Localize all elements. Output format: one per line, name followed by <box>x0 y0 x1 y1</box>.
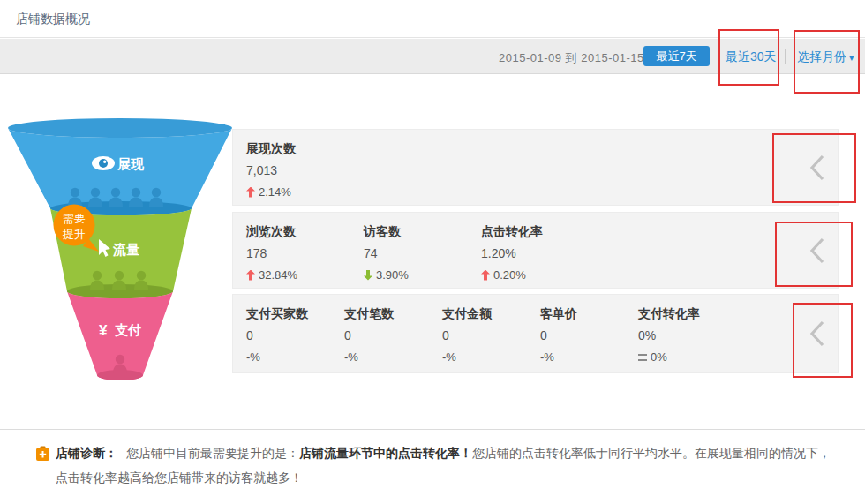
collapse-chevron-icon[interactable] <box>809 320 826 348</box>
diagnosis-part1: 您店铺中目前最需要提升的是： <box>126 446 299 460</box>
metric-pay-orders: 支付笔数 0 -% <box>344 306 442 364</box>
yen-icon: ¥ <box>99 322 108 339</box>
metric-change: 3.90% <box>376 268 409 282</box>
metric-pay-conversion: 支付转化率 0% 0% <box>638 306 736 364</box>
metric-pay-buyers: 支付买家数 0 -% <box>246 306 344 364</box>
collapse-chevron-icon[interactable] <box>809 237 826 265</box>
trend-down-icon <box>364 270 372 281</box>
metric-pageviews: 浏览次数 178 32.84% <box>246 224 364 282</box>
metric-avg-order-value: 客单价 0 -% <box>540 306 638 364</box>
select-month-dropdown[interactable]: 选择月份▾ <box>797 49 854 65</box>
metric-change: -% <box>442 350 456 364</box>
chevron-down-icon: ▾ <box>849 52 854 63</box>
trend-up-icon <box>246 270 255 281</box>
metric-label: 客单价 <box>540 306 638 322</box>
metric-label: 支付笔数 <box>344 306 442 322</box>
conversion-funnel-chart: 展现 流量 ¥ 支付 需要 <box>0 117 240 390</box>
metric-value: 178 <box>246 246 364 260</box>
metric-change: 0.20% <box>493 268 526 282</box>
metrics-row-traffic: 浏览次数 178 32.84% 访客数 74 3.90% 点击转化率 1.20%… <box>232 212 839 289</box>
title-bar: 店铺数据概况 <box>0 0 865 38</box>
metric-label: 展现次数 <box>246 141 296 157</box>
metric-value: 1.20% <box>481 246 598 260</box>
collapse-chevron-icon[interactable] <box>809 154 826 182</box>
metric-label: 浏览次数 <box>246 224 364 240</box>
metric-value: 0% <box>638 328 736 342</box>
shop-diagnosis-section: 店铺诊断：您店铺中目前最需要提升的是：店铺流量环节中的点击转化率！您店铺的点击转… <box>0 429 865 500</box>
shop-data-overview-page: 店铺数据概况 2015-01-09 到 2015-01-15 最近7天 最近30… <box>0 0 865 504</box>
metric-label: 点击转化率 <box>481 224 598 240</box>
stage-label-display: 展现 <box>117 156 145 171</box>
metric-label: 支付买家数 <box>246 306 344 322</box>
metric-change: 32.84% <box>259 268 297 282</box>
metric-label: 支付转化率 <box>638 306 736 322</box>
metric-label: 支付金额 <box>442 306 540 322</box>
page-right-border <box>861 0 861 504</box>
metrics-row-payment: 支付买家数 0 -% 支付笔数 0 -% 支付金额 0 -% 客单价 0 -% … <box>232 294 839 373</box>
date-range-text: 2015-01-09 到 2015-01-15 <box>499 50 644 66</box>
recent-7-days-button[interactable]: 最近7天 <box>643 46 710 66</box>
metrics-row-display: 展现次数 7,013 2.14% <box>232 129 839 206</box>
metric-change: 2.14% <box>259 185 291 199</box>
eye-icon <box>92 156 115 170</box>
page-title: 店铺数据概况 <box>16 11 90 27</box>
metric-impressions: 展现次数 7,013 2.14% <box>246 141 296 199</box>
metric-visitors: 访客数 74 3.90% <box>364 224 481 282</box>
trend-up-icon <box>246 187 255 198</box>
metric-value: 0 <box>442 328 540 342</box>
toolbar-divider <box>785 49 786 64</box>
metric-value: 0 <box>246 328 344 342</box>
badge-line1: 需要 <box>63 212 86 225</box>
metric-pay-amount: 支付金额 0 -% <box>442 306 540 364</box>
diagnosis-text: 店铺诊断：您店铺中目前最需要提升的是：店铺流量环节中的点击转化率！您店铺的点击转… <box>56 440 836 490</box>
metric-change: 0% <box>651 350 667 364</box>
metric-value: 0 <box>344 328 442 342</box>
stage-label-traffic: 流量 <box>112 242 139 257</box>
trend-up-icon <box>481 270 490 281</box>
badge-line2: 提升 <box>62 228 86 241</box>
metric-click-rate: 点击转化率 1.20% 0.20% <box>481 224 598 282</box>
diagnosis-title: 店铺诊断： <box>56 446 117 460</box>
funnel-stage-display[interactable]: 展现 <box>8 118 232 215</box>
metric-value: 74 <box>364 246 481 260</box>
recent-30-days-button[interactable]: 最近30天 <box>726 49 777 65</box>
metric-value: 7,013 <box>246 163 296 177</box>
metric-label: 访客数 <box>364 224 481 240</box>
metric-value: 0 <box>540 328 638 342</box>
diagnosis-clipboard-icon <box>35 446 50 462</box>
metric-change: -% <box>344 350 358 364</box>
date-toolbar: 2015-01-09 到 2015-01-15 最近7天 最近30天 选择月份▾ <box>0 39 865 74</box>
metric-change: -% <box>540 350 554 364</box>
metric-change: -% <box>246 350 260 364</box>
trend-flat-icon <box>638 354 647 361</box>
stage-label-payment: 支付 <box>114 322 141 337</box>
diagnosis-highlight: 店铺流量环节中的点击转化率！ <box>299 446 472 460</box>
funnel-stage-payment[interactable]: ¥ 支付 <box>67 291 173 380</box>
